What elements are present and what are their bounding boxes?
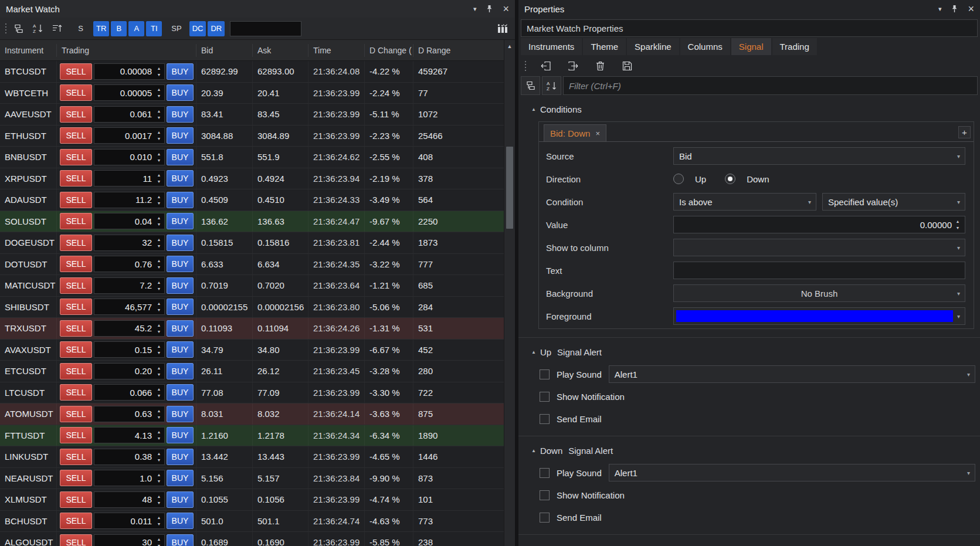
buy-button[interactable]: BUY: [167, 127, 194, 144]
condition-tab[interactable]: Bid: Down ×: [544, 124, 606, 141]
spin-up-icon[interactable]: ▲: [157, 409, 161, 413]
quantity-stepper[interactable]: 0.0017 ▲ ▼: [94, 127, 165, 144]
spinner-arrows[interactable]: ▲ ▼: [155, 452, 162, 462]
sell-button[interactable]: SELL: [60, 320, 92, 337]
condition-tab-close-icon[interactable]: ×: [595, 129, 600, 138]
table-row[interactable]: FTTUSDT SELL 4.13 ▲ ▼ BUY 1.2160 1.2178 …: [0, 425, 504, 447]
spinner-arrows[interactable]: ▲ ▼: [155, 280, 162, 291]
up-show-notification-checkbox[interactable]: [540, 392, 550, 402]
spinner-arrows[interactable]: ▲ ▼: [155, 409, 162, 419]
spin-down-icon[interactable]: ▼: [157, 458, 161, 462]
spin-down-icon[interactable]: ▼: [157, 94, 161, 98]
sell-button[interactable]: SELL: [60, 363, 92, 379]
spin-up-icon[interactable]: ▲: [157, 516, 161, 520]
spin-up-icon[interactable]: ▲: [157, 537, 161, 541]
tab-theme[interactable]: Theme: [583, 38, 626, 55]
quantity-stepper[interactable]: 46,577 ▲ ▼: [94, 299, 165, 315]
sell-button[interactable]: SELL: [60, 277, 92, 294]
toolbar-grip[interactable]: [523, 58, 528, 73]
spinner-arrows[interactable]: ▲ ▼: [155, 516, 162, 526]
export-icon[interactable]: [564, 57, 582, 74]
table-row[interactable]: ETCUSDT SELL 0.20 ▲ ▼ BUY 26.11 26.12 21…: [0, 361, 504, 382]
buy-button[interactable]: BUY: [167, 427, 194, 443]
sort-az-icon[interactable]: AZ: [29, 21, 47, 37]
quantity-stepper[interactable]: 0.010 ▲ ▼: [94, 149, 165, 165]
column-header-bid[interactable]: Bid: [196, 44, 253, 57]
spin-down-icon[interactable]: ▼: [157, 179, 161, 184]
filter-input[interactable]: Filter (Ctrl+F): [563, 76, 978, 95]
table-row[interactable]: NEARUSDT SELL 1.0 ▲ ▼ BUY 5.156 5.157 21…: [0, 468, 504, 490]
spin-up-icon[interactable]: ▲: [157, 259, 161, 263]
buy-button[interactable]: BUY: [167, 235, 194, 251]
spin-down-icon[interactable]: ▼: [157, 351, 161, 355]
toggle-dc[interactable]: DC: [189, 21, 206, 36]
sell-button[interactable]: SELL: [60, 534, 92, 546]
table-row[interactable]: XRPUSDT SELL 11 ▲ ▼ BUY 0.4923 0.4924 21…: [0, 168, 504, 190]
buy-button[interactable]: BUY: [167, 277, 194, 294]
sell-button[interactable]: SELL: [60, 235, 92, 251]
toggle-s[interactable]: S: [73, 21, 89, 36]
sell-button[interactable]: SELL: [60, 149, 92, 165]
save-icon[interactable]: [618, 57, 636, 74]
spin-up-icon[interactable]: ▲: [157, 452, 161, 456]
pin-icon[interactable]: [951, 5, 958, 13]
background-dropdown[interactable]: No Brush ▾: [673, 284, 965, 302]
quantity-stepper[interactable]: 45.2 ▲ ▼: [94, 320, 165, 337]
toggle-a[interactable]: A: [128, 21, 144, 36]
down-send-email-checkbox[interactable]: [540, 513, 550, 523]
spin-down-icon[interactable]: ▼: [157, 330, 161, 334]
delete-icon[interactable]: [591, 57, 609, 74]
spin-down-icon[interactable]: ▼: [157, 544, 161, 546]
scroll-up-icon[interactable]: ▲: [504, 43, 515, 49]
quantity-stepper[interactable]: 0.63 ▲ ▼: [94, 406, 165, 422]
quantity-stepper[interactable]: 0.76 ▲ ▼: [94, 256, 165, 272]
spin-down-icon[interactable]: ▼: [157, 158, 161, 162]
up-sound-dropdown[interactable]: Alert1 ▾: [609, 365, 975, 383]
buy-button[interactable]: BUY: [167, 491, 194, 508]
toggle-dr[interactable]: DR: [208, 21, 225, 36]
collapse-icon[interactable]: ▲: [531, 448, 536, 453]
spinner-arrows[interactable]: ▲ ▼: [155, 130, 162, 141]
spin-down-icon[interactable]: ▼: [157, 222, 161, 226]
conditions-header[interactable]: ▲ Conditions: [531, 104, 980, 114]
spinner-arrows[interactable]: ▲ ▼: [155, 494, 162, 505]
spinner-arrows[interactable]: ▲ ▼: [155, 344, 162, 355]
spinner-arrows[interactable]: ▲ ▼: [155, 537, 162, 546]
table-row[interactable]: SOLUSDT SELL 0.04 ▲ ▼ BUY 136.62 136.63 …: [0, 211, 504, 233]
up-play-sound-checkbox[interactable]: [540, 369, 550, 379]
buy-button[interactable]: BUY: [167, 406, 194, 422]
spin-up-icon[interactable]: ▲: [157, 430, 161, 434]
direction-down-radio[interactable]: [725, 174, 735, 184]
table-row[interactable]: BTCUSDT SELL 0.00008 ▲ ▼ BUY 62892.99 62…: [0, 61, 504, 83]
spinner-arrows[interactable]: ▲ ▼: [155, 387, 162, 398]
quantity-stepper[interactable]: 0.066 ▲ ▼: [94, 384, 165, 401]
spinner-arrows[interactable]: ▲ ▼: [155, 238, 162, 248]
tab-instruments[interactable]: Instruments: [521, 38, 582, 55]
spin-down-icon[interactable]: ▼: [157, 137, 161, 141]
table-row[interactable]: LINKUSDT SELL 0.38 ▲ ▼ BUY 13.442 13.443…: [0, 446, 504, 468]
spin-up-icon[interactable]: ▲: [157, 87, 161, 91]
window-menu-icon[interactable]: ▾: [938, 5, 942, 13]
spin-down-icon[interactable]: ▼: [157, 201, 161, 205]
spin-down-icon[interactable]: ▼: [157, 287, 161, 291]
tree-view-button[interactable]: [521, 76, 540, 95]
spin-down-icon[interactable]: ▼: [157, 415, 161, 419]
buy-button[interactable]: BUY: [167, 363, 194, 379]
spin-down-icon[interactable]: ▼: [157, 73, 161, 77]
direction-up-radio[interactable]: [673, 174, 684, 184]
sell-button[interactable]: SELL: [60, 106, 92, 123]
buy-button[interactable]: BUY: [167, 84, 194, 101]
group-by-icon[interactable]: [10, 21, 28, 37]
spinner-arrows[interactable]: ▲ ▼: [155, 216, 162, 226]
spin-down-icon[interactable]: ▼: [157, 116, 161, 120]
sort-order-icon[interactable]: [49, 21, 66, 37]
spin-up-icon[interactable]: ▲: [157, 344, 161, 348]
spin-down-icon[interactable]: ▼: [157, 244, 161, 248]
table-row[interactable]: ETHUSDT SELL 0.0017 ▲ ▼ BUY 3084.88 3084…: [0, 126, 504, 147]
buy-button[interactable]: BUY: [167, 170, 194, 186]
spin-up-icon[interactable]: ▲: [157, 387, 161, 391]
pin-icon[interactable]: [486, 5, 493, 13]
quantity-stepper[interactable]: 0.38 ▲ ▼: [94, 449, 165, 465]
sell-button[interactable]: SELL: [60, 449, 92, 465]
spin-up-icon[interactable]: ▲: [157, 130, 161, 134]
